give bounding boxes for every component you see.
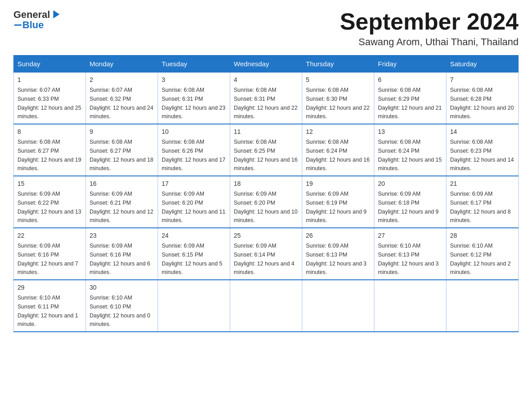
calendar-week-5: 29 Sunrise: 6:10 AM Sunset: 6:11 PM Dayl… xyxy=(14,280,519,332)
logo: General Blue xyxy=(13,9,61,31)
day-sunset: Sunset: 6:29 PM xyxy=(378,96,419,102)
calendar-cell: 1 Sunrise: 6:07 AM Sunset: 6:33 PM Dayli… xyxy=(14,73,86,124)
day-daylight: Daylight: 12 hours and 22 minutes. xyxy=(306,105,369,120)
day-number: 28 xyxy=(450,231,515,240)
logo-blue: Blue xyxy=(22,19,44,30)
svg-marker-0 xyxy=(53,10,60,18)
calendar-cell xyxy=(374,280,446,332)
day-sunset: Sunset: 6:27 PM xyxy=(90,148,131,154)
calendar-cell: 30 Sunrise: 6:10 AM Sunset: 6:10 PM Dayl… xyxy=(86,280,158,332)
calendar-cell: 19 Sunrise: 6:09 AM Sunset: 6:19 PM Dayl… xyxy=(302,176,374,228)
day-daylight: Daylight: 12 hours and 8 minutes. xyxy=(450,209,511,224)
calendar-cell: 27 Sunrise: 6:10 AM Sunset: 6:13 PM Dayl… xyxy=(374,228,446,280)
day-sunset: Sunset: 6:26 PM xyxy=(162,148,203,154)
day-sunset: Sunset: 6:20 PM xyxy=(162,200,203,206)
calendar-cell xyxy=(158,280,230,332)
day-sunrise: Sunrise: 6:10 AM xyxy=(378,243,420,249)
day-number: 12 xyxy=(306,127,370,137)
day-daylight: Daylight: 12 hours and 24 minutes. xyxy=(90,105,153,120)
day-sunset: Sunset: 6:15 PM xyxy=(162,252,203,258)
calendar-cell: 21 Sunrise: 6:09 AM Sunset: 6:17 PM Dayl… xyxy=(446,176,519,228)
day-daylight: Daylight: 12 hours and 16 minutes. xyxy=(306,157,369,172)
day-sunset: Sunset: 6:18 PM xyxy=(378,200,419,206)
calendar-cell: 18 Sunrise: 6:09 AM Sunset: 6:20 PM Dayl… xyxy=(230,176,302,228)
calendar-cell: 3 Sunrise: 6:08 AM Sunset: 6:31 PM Dayli… xyxy=(158,73,230,124)
calendar-week-4: 22 Sunrise: 6:09 AM Sunset: 6:16 PM Dayl… xyxy=(14,228,519,280)
day-sunrise: Sunrise: 6:09 AM xyxy=(17,191,60,197)
col-tuesday: Tuesday xyxy=(158,56,230,73)
day-number: 16 xyxy=(90,179,154,188)
day-daylight: Daylight: 12 hours and 1 minute. xyxy=(17,313,78,328)
day-sunrise: Sunrise: 6:08 AM xyxy=(450,87,493,93)
day-number: 1 xyxy=(17,75,82,85)
day-number: 10 xyxy=(162,127,226,137)
day-sunset: Sunset: 6:13 PM xyxy=(378,252,419,258)
day-number: 3 xyxy=(162,75,226,85)
calendar-cell: 9 Sunrise: 6:08 AM Sunset: 6:27 PM Dayli… xyxy=(86,124,158,176)
day-daylight: Daylight: 12 hours and 21 minutes. xyxy=(378,105,442,120)
day-number: 13 xyxy=(378,127,442,137)
day-sunset: Sunset: 6:32 PM xyxy=(90,96,131,102)
logo-general: General xyxy=(13,9,50,20)
col-sunday: Sunday xyxy=(14,56,86,73)
day-daylight: Daylight: 12 hours and 16 minutes. xyxy=(234,157,297,172)
day-sunset: Sunset: 6:22 PM xyxy=(17,200,59,206)
calendar-cell: 12 Sunrise: 6:08 AM Sunset: 6:24 PM Dayl… xyxy=(302,124,374,176)
col-thursday: Thursday xyxy=(302,56,374,73)
calendar-cell: 26 Sunrise: 6:09 AM Sunset: 6:13 PM Dayl… xyxy=(302,228,374,280)
day-sunrise: Sunrise: 6:09 AM xyxy=(306,191,348,197)
page-header: General Blue September 2024 Sawang Arom,… xyxy=(13,9,519,48)
day-sunrise: Sunrise: 6:08 AM xyxy=(162,139,204,145)
day-number: 27 xyxy=(378,231,442,240)
day-sunset: Sunset: 6:31 PM xyxy=(234,96,275,102)
day-sunrise: Sunrise: 6:08 AM xyxy=(234,139,276,145)
day-number: 7 xyxy=(450,75,515,85)
day-number: 9 xyxy=(90,127,154,137)
day-sunrise: Sunrise: 6:09 AM xyxy=(90,243,132,249)
day-sunrise: Sunrise: 6:09 AM xyxy=(234,243,276,249)
title-section: September 2024 Sawang Arom, Uthai Thani,… xyxy=(340,9,519,48)
col-monday: Monday xyxy=(86,56,158,73)
day-number: 2 xyxy=(90,75,154,85)
day-number: 25 xyxy=(234,231,298,240)
day-sunrise: Sunrise: 6:08 AM xyxy=(378,139,420,145)
calendar-cell: 5 Sunrise: 6:08 AM Sunset: 6:30 PM Dayli… xyxy=(302,73,374,124)
calendar-cell: 20 Sunrise: 6:09 AM Sunset: 6:18 PM Dayl… xyxy=(374,176,446,228)
calendar-cell xyxy=(230,280,302,332)
day-sunset: Sunset: 6:33 PM xyxy=(17,96,59,102)
day-daylight: Daylight: 12 hours and 18 minutes. xyxy=(90,157,153,172)
day-sunrise: Sunrise: 6:09 AM xyxy=(450,191,493,197)
day-sunrise: Sunrise: 6:10 AM xyxy=(90,295,132,301)
day-number: 19 xyxy=(306,179,370,188)
calendar-cell: 28 Sunrise: 6:10 AM Sunset: 6:12 PM Dayl… xyxy=(446,228,519,280)
calendar-table: Sunday Monday Tuesday Wednesday Thursday… xyxy=(13,55,519,332)
day-daylight: Daylight: 12 hours and 12 minutes. xyxy=(90,209,153,224)
day-number: 15 xyxy=(17,179,82,188)
calendar-cell: 23 Sunrise: 6:09 AM Sunset: 6:16 PM Dayl… xyxy=(86,228,158,280)
day-sunset: Sunset: 6:27 PM xyxy=(17,148,59,154)
day-number: 6 xyxy=(378,75,442,85)
day-daylight: Daylight: 12 hours and 13 minutes. xyxy=(17,209,81,224)
location-subtitle: Sawang Arom, Uthai Thani, Thailand xyxy=(340,36,519,48)
day-sunset: Sunset: 6:25 PM xyxy=(234,148,275,154)
day-daylight: Daylight: 12 hours and 6 minutes. xyxy=(90,261,150,276)
calendar-cell: 29 Sunrise: 6:10 AM Sunset: 6:11 PM Dayl… xyxy=(14,280,86,332)
calendar-week-3: 15 Sunrise: 6:09 AM Sunset: 6:22 PM Dayl… xyxy=(14,176,519,228)
day-sunrise: Sunrise: 6:07 AM xyxy=(17,87,60,93)
day-sunrise: Sunrise: 6:09 AM xyxy=(378,191,420,197)
day-sunset: Sunset: 6:13 PM xyxy=(306,252,347,258)
calendar-cell: 24 Sunrise: 6:09 AM Sunset: 6:15 PM Dayl… xyxy=(158,228,230,280)
calendar-cell: 7 Sunrise: 6:08 AM Sunset: 6:28 PM Dayli… xyxy=(446,73,519,124)
col-saturday: Saturday xyxy=(446,56,519,73)
day-daylight: Daylight: 12 hours and 0 minutes. xyxy=(90,313,150,328)
day-number: 4 xyxy=(234,75,298,85)
day-daylight: Daylight: 12 hours and 20 minutes. xyxy=(450,105,514,120)
day-number: 11 xyxy=(234,127,298,137)
day-daylight: Daylight: 12 hours and 17 minutes. xyxy=(162,157,225,172)
calendar-cell: 16 Sunrise: 6:09 AM Sunset: 6:21 PM Dayl… xyxy=(86,176,158,228)
day-number: 21 xyxy=(450,179,515,188)
day-sunrise: Sunrise: 6:09 AM xyxy=(162,243,204,249)
day-number: 8 xyxy=(17,127,82,137)
day-sunset: Sunset: 6:10 PM xyxy=(90,304,131,310)
calendar-cell xyxy=(446,280,519,332)
